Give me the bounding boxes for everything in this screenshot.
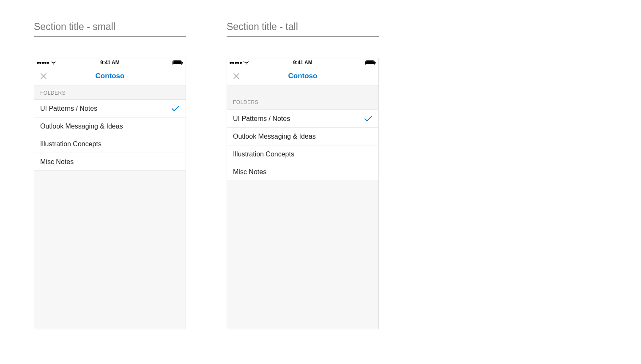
- close-button[interactable]: [231, 71, 241, 81]
- folder-item-label: Illustration Concepts: [233, 151, 294, 158]
- spec-title-small: Section title - small: [34, 21, 186, 37]
- wifi-icon: [51, 61, 56, 65]
- folder-item-label: UI Patterns / Notes: [233, 115, 290, 123]
- folder-item[interactable]: UI Patterns / Notes: [34, 100, 186, 118]
- folder-item[interactable]: UI Patterns / Notes: [227, 110, 378, 128]
- folder-item-label: UI Patterns / Notes: [40, 105, 97, 112]
- folder-item[interactable]: Misc Notes: [34, 153, 186, 171]
- nav-title: Contoso: [288, 72, 318, 80]
- close-button[interactable]: [38, 71, 49, 81]
- nav-bar: Contoso: [34, 67, 186, 85]
- signal-dots-icon: [230, 62, 242, 64]
- signal-dots-icon: [37, 62, 49, 64]
- folder-item[interactable]: Outlook Messaging & Ideas: [34, 118, 186, 135]
- folder-item[interactable]: Illustration Concepts: [227, 145, 378, 163]
- svg-rect-2: [182, 62, 183, 63]
- empty-area: [34, 171, 186, 329]
- svg-rect-5: [375, 62, 376, 63]
- folder-item[interactable]: Outlook Messaging & Ideas: [227, 128, 378, 145]
- status-bar: 9:41 AM: [227, 58, 378, 67]
- battery-icon: [365, 60, 376, 65]
- folder-item-label: Misc Notes: [40, 158, 74, 166]
- status-time: 9:41 AM: [293, 60, 312, 66]
- spec-title-tall: Section title - tall: [227, 21, 379, 37]
- nav-title: Contoso: [96, 72, 125, 80]
- folder-item-label: Illustration Concepts: [40, 140, 101, 148]
- folder-item-label: Outlook Messaging & Ideas: [40, 123, 123, 130]
- folder-section-header: FOLDERS: [227, 85, 378, 110]
- wifi-icon: [244, 61, 249, 65]
- folder-item-label: Outlook Messaging & Ideas: [233, 133, 316, 140]
- status-time: 9:41 AM: [100, 60, 120, 66]
- phone-mockup-small: 9:41 AM Contoso FOLDERS UI Patterns / No…: [34, 58, 186, 329]
- checkmark-icon: [171, 105, 180, 112]
- folder-item[interactable]: Illustration Concepts: [34, 135, 186, 153]
- folder-item[interactable]: Misc Notes: [227, 163, 378, 181]
- svg-rect-1: [173, 61, 181, 64]
- phone-mockup-tall: 9:41 AM Contoso FOLDERS UI Patterns / No…: [227, 58, 379, 329]
- empty-area: [227, 181, 378, 329]
- nav-bar: Contoso: [227, 67, 378, 85]
- battery-icon: [173, 60, 183, 65]
- folder-item-label: Misc Notes: [233, 168, 266, 176]
- checkmark-icon: [364, 115, 373, 122]
- svg-rect-4: [366, 61, 374, 64]
- folder-section-header: FOLDERS: [34, 85, 186, 100]
- status-bar: 9:41 AM: [34, 58, 186, 67]
